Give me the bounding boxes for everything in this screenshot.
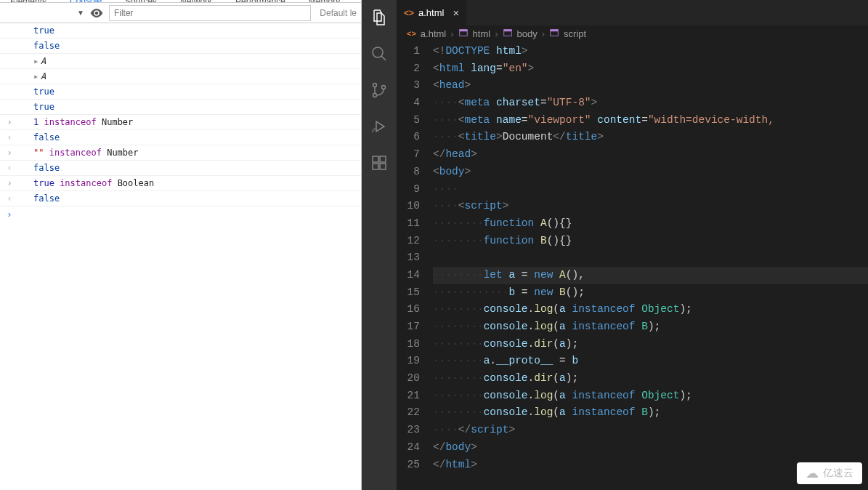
breadcrumb[interactable]: <>a.html›html›body›script <box>397 25 868 41</box>
console-row[interactable]: ▸A <box>0 69 361 84</box>
symbol-icon <box>458 28 469 40</box>
code-line[interactable]: <head> <box>433 77 868 95</box>
breadcrumb-item[interactable]: script <box>564 28 586 39</box>
line-number: 10 <box>397 198 420 215</box>
code-line[interactable]: ········console.log(a instanceof Object)… <box>433 301 868 318</box>
svg-rect-14 <box>551 29 559 31</box>
code-line[interactable]: ····<script> <box>433 198 868 215</box>
svg-rect-10 <box>459 29 467 31</box>
output-chevron-icon: ‹ <box>4 163 15 173</box>
code-line[interactable]: ············b = new B(); <box>433 284 868 302</box>
code-line[interactable]: ········function A(){} <box>433 215 868 233</box>
code-line[interactable]: ····<meta charset="UTF-8"> <box>433 95 868 112</box>
breadcrumb-item[interactable]: body <box>517 28 538 39</box>
svg-point-3 <box>373 94 377 97</box>
close-icon[interactable]: × <box>453 7 459 19</box>
output-chevron-icon: ‹ <box>4 132 15 142</box>
code-line[interactable] <box>433 249 868 267</box>
editor-tab[interactable]: <> a.html × <box>397 0 467 25</box>
svg-rect-8 <box>380 156 386 162</box>
chevron-right-icon: › <box>495 28 498 39</box>
console-row: ‹false <box>0 130 361 145</box>
files-icon[interactable] <box>362 7 397 28</box>
code-lines[interactable]: <!DOCTYPE html><html lang="en"><head>···… <box>433 41 868 490</box>
console-row-content: 1 instanceof Number <box>33 117 361 127</box>
html-file-icon: <> <box>404 8 414 18</box>
console-row: ›"" instanceof Number <box>0 145 361 161</box>
line-number: 24 <box>397 439 420 457</box>
cloud-icon: ☁ <box>806 465 819 481</box>
line-number-gutter: 1234567891011121314151617181920212223242… <box>397 41 433 490</box>
console-row: ›1 instanceof Number <box>0 115 361 130</box>
eye-icon[interactable] <box>90 8 103 18</box>
line-number: 22 <box>397 404 420 422</box>
code-line[interactable]: ········console.log(a instanceof Object)… <box>433 387 868 405</box>
code-line[interactable]: <html lang="en"> <box>433 60 868 78</box>
line-number: 2 <box>397 60 420 78</box>
console-toolbar: ▼ Default le <box>0 3 361 23</box>
line-number: 6 <box>397 129 420 146</box>
line-number: 5 <box>397 112 420 129</box>
console-row-content: false <box>33 163 361 173</box>
code-line[interactable]: <body> <box>433 164 868 181</box>
console-row-content: false <box>33 132 361 142</box>
console-prompt[interactable]: › <box>0 206 361 223</box>
console-row-content: "" instanceof Number <box>33 148 361 158</box>
code-line[interactable]: ····</script> <box>433 422 868 439</box>
code-line[interactable]: ····<title>Document</title> <box>433 129 868 146</box>
log-level-select[interactable]: Default le <box>317 8 357 18</box>
activity-bar <box>362 0 397 490</box>
code-line[interactable]: <!DOCTYPE html> <box>433 43 868 60</box>
code-line[interactable]: ········console.log(a instanceof B); <box>433 318 868 336</box>
console-row-content: true <box>33 87 361 97</box>
console-row-content: ▸A <box>33 71 361 81</box>
breadcrumb-item[interactable]: a.html <box>421 28 446 39</box>
code-line[interactable]: ········console.dir(a); <box>433 336 868 353</box>
console-row: ›true instanceof Boolean <box>0 176 361 191</box>
code-editor[interactable]: 1234567891011121314151617181920212223242… <box>397 41 868 490</box>
search-icon[interactable] <box>362 44 397 64</box>
input-chevron-icon: › <box>4 148 15 158</box>
input-chevron-icon: › <box>4 178 15 188</box>
editor-tab-bar: <> a.html × <box>397 0 868 25</box>
code-line[interactable]: </body> <box>433 439 868 457</box>
svg-rect-5 <box>373 156 378 162</box>
code-line[interactable]: ········console.log(a instanceof B); <box>433 404 868 422</box>
extensions-icon[interactable] <box>362 153 397 173</box>
code-line[interactable]: ········function B(){} <box>433 233 868 250</box>
code-line[interactable]: ····<meta name="viewport" content="width… <box>433 112 868 129</box>
line-number: 7 <box>397 146 420 164</box>
chevron-right-icon: › <box>542 28 545 39</box>
code-line[interactable]: ···· <box>433 181 868 198</box>
debug-icon[interactable] <box>362 116 397 137</box>
chevron-right-icon: › <box>450 28 453 39</box>
code-line[interactable]: ········console.dir(a); <box>433 370 868 387</box>
input-chevron-icon: › <box>4 117 15 127</box>
git-icon[interactable] <box>362 80 397 100</box>
line-number: 17 <box>397 318 420 336</box>
console-row: ‹false <box>0 191 361 206</box>
console-row[interactable]: ▸A <box>0 54 361 69</box>
vscode-panel: <> a.html × <>a.html›html›body›script 12… <box>362 0 868 490</box>
code-line[interactable]: ········let a = new A(), <box>433 267 868 284</box>
line-number: 14 <box>397 267 420 284</box>
line-number: 16 <box>397 301 420 318</box>
breadcrumb-item[interactable]: html <box>473 28 491 39</box>
code-line[interactable]: ········a.__proto__ = b <box>433 353 868 370</box>
line-number: 25 <box>397 457 420 474</box>
watermark: ☁ 亿速云 <box>797 462 862 484</box>
line-number: 13 <box>397 249 420 267</box>
line-number: 15 <box>397 284 420 302</box>
svg-rect-12 <box>503 29 511 31</box>
line-number: 8 <box>397 164 420 181</box>
watermark-text: 亿速云 <box>823 467 853 480</box>
svg-point-0 <box>373 47 383 57</box>
console-row-content: ▸A <box>33 56 361 66</box>
svg-line-1 <box>381 56 386 60</box>
code-line[interactable]: </head> <box>433 146 868 164</box>
line-number: 23 <box>397 422 420 439</box>
filter-input[interactable] <box>109 5 311 21</box>
context-dropdown-icon[interactable]: ▼ <box>77 9 84 17</box>
line-number: 20 <box>397 370 420 387</box>
line-number: 18 <box>397 336 420 353</box>
